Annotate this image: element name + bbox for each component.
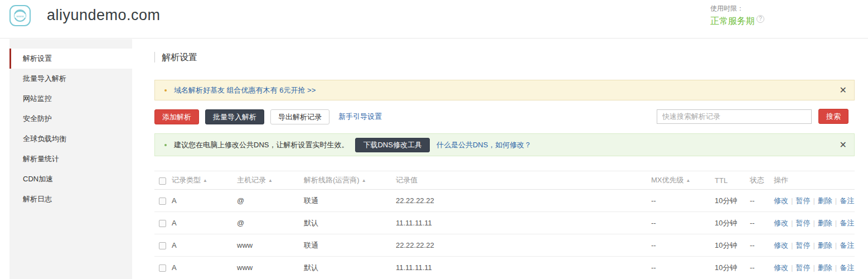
sidebar-item-security[interactable]: 安全防护 <box>9 109 132 129</box>
search-area: 搜索 <box>657 109 855 124</box>
edit-link[interactable]: 修改 <box>774 263 788 272</box>
record-mx: -- <box>651 190 715 212</box>
dns-notice-banner: 建议您在电脑上修改公共DNS，让解析设置实时生效。 下载DNS修改工具 什么是公… <box>154 133 855 156</box>
what-is-public-dns-link[interactable]: 什么是公共DNS，如何修改？ <box>437 140 531 150</box>
record-host: www <box>237 234 304 257</box>
promo-link[interactable]: 域名解析好基友 组合优惠有木有 6元开抢 >> <box>174 85 316 95</box>
sidebar-nav: 解析设置 批量导入解析 网站监控 安全防护 全球负载均衡 解析量统计 CDN加速… <box>9 39 132 279</box>
sidebar-item-batch-import[interactable]: 批量导入解析 <box>9 69 132 89</box>
edit-link[interactable]: 修改 <box>774 219 788 227</box>
record-actions: 修改|暂停|删除|备注 <box>774 257 855 279</box>
page-title: 解析设置 <box>154 52 197 62</box>
sort-asc-icon[interactable]: ▲ <box>362 178 366 183</box>
sidebar-item-cdn[interactable]: CDN加速 <box>9 169 132 189</box>
table-row: A @ 联通 22.22.22.22 -- 10分钟 -- 修改|暂停|删除|备… <box>154 190 855 212</box>
record-value: 11.11.11.11 <box>396 212 651 234</box>
record-value: 11.11.11.11 <box>396 257 651 279</box>
column-header-ttl: TTL <box>715 171 750 190</box>
close-icon[interactable]: ✕ <box>840 86 847 95</box>
row-checkbox[interactable] <box>159 220 166 227</box>
sort-asc-icon[interactable]: ▲ <box>268 178 273 183</box>
service-period-info: 使用时限： 正常服务期? <box>710 4 764 27</box>
pause-link[interactable]: 暂停 <box>796 241 810 249</box>
row-checkbox[interactable] <box>159 242 166 249</box>
pause-link[interactable]: 暂停 <box>796 263 810 272</box>
service-status-text: 正常服务期 <box>710 16 755 26</box>
main-content: 解析设置 域名解析好基友 组合优惠有木有 6元开抢 >> ✕ 添加解析 批量导入… <box>154 39 855 279</box>
sidebar-item-resolution-stats[interactable]: 解析量统计 <box>9 149 132 169</box>
records-toolbar: 添加解析 批量导入解析 导出解析记录 新手引导设置 搜索 <box>154 109 855 124</box>
remark-link[interactable]: 备注 <box>840 219 854 227</box>
sidebar-item-site-monitor[interactable]: 网站监控 <box>9 89 132 109</box>
record-status: -- <box>750 212 774 234</box>
record-status: -- <box>750 257 774 279</box>
domain-globe-icon: www <box>9 5 31 26</box>
domain-name-title: aliyundemo.com <box>47 7 161 24</box>
search-input[interactable] <box>657 109 812 124</box>
dns-records-table: 记录类型▲ 主机记录▲ 解析线路(运营商)▲ 记录值 MX优先级▲ TTL 状态… <box>154 171 855 279</box>
delete-link[interactable]: 删除 <box>818 263 832 272</box>
record-actions: 修改|暂停|删除|备注 <box>774 190 855 212</box>
record-host: @ <box>237 212 304 234</box>
record-line: 联通 <box>304 234 396 257</box>
record-status: -- <box>750 190 774 212</box>
table-row: A www 联通 22.22.22.22 -- 10分钟 -- 修改|暂停|删除… <box>154 234 855 257</box>
page-header: www aliyundemo.com 使用时限： 正常服务期? <box>0 0 868 39</box>
record-type: A <box>172 190 237 212</box>
column-header-mx[interactable]: MX优先级▲ <box>651 171 715 190</box>
pause-link[interactable]: 暂停 <box>796 196 810 205</box>
select-all-checkbox[interactable] <box>159 177 166 185</box>
dns-notice-text: 建议您在电脑上修改公共DNS，让解析设置实时生效。 <box>174 140 348 150</box>
remark-link[interactable]: 备注 <box>840 263 854 272</box>
remark-link[interactable]: 备注 <box>840 241 854 249</box>
bullet-icon <box>164 89 167 92</box>
sidebar-item-dns-logs[interactable]: 解析日志 <box>9 189 132 209</box>
beginner-guide-link[interactable]: 新手引导设置 <box>338 112 382 122</box>
column-header-host[interactable]: 主机记录▲ <box>237 171 304 190</box>
sidebar-item-global-load-balance[interactable]: 全球负载均衡 <box>9 129 132 149</box>
table-row: A www 默认 11.11.11.11 -- 10分钟 -- 修改|暂停|删除… <box>154 257 855 279</box>
export-records-button[interactable]: 导出解析记录 <box>270 109 329 124</box>
promo-banner: 域名解析好基友 组合优惠有木有 6元开抢 >> ✕ <box>154 80 855 100</box>
sort-asc-icon[interactable]: ▲ <box>686 178 691 183</box>
record-mx: -- <box>651 212 715 234</box>
delete-link[interactable]: 删除 <box>818 241 832 249</box>
column-header-type[interactable]: 记录类型▲ <box>172 171 237 190</box>
sort-asc-icon[interactable]: ▲ <box>203 178 207 183</box>
remark-link[interactable]: 备注 <box>840 196 854 205</box>
edit-link[interactable]: 修改 <box>774 196 788 205</box>
svg-text:www: www <box>16 14 24 18</box>
record-ttl: 10分钟 <box>715 257 750 279</box>
record-ttl: 10分钟 <box>715 190 750 212</box>
sidebar-item-dns-settings[interactable]: 解析设置 <box>9 49 132 69</box>
record-type: A <box>172 234 237 257</box>
download-dns-tool-button[interactable]: 下载DNS修改工具 <box>355 138 429 152</box>
pause-link[interactable]: 暂停 <box>796 219 810 227</box>
table-header-row: 记录类型▲ 主机记录▲ 解析线路(运营商)▲ 记录值 MX优先级▲ TTL 状态… <box>154 171 855 190</box>
bullet-icon <box>164 144 167 146</box>
record-ttl: 10分钟 <box>715 234 750 257</box>
record-mx: -- <box>651 234 715 257</box>
table-row: A @ 默认 11.11.11.11 -- 10分钟 -- 修改|暂停|删除|备… <box>154 212 855 234</box>
help-question-icon[interactable]: ? <box>757 15 764 23</box>
delete-link[interactable]: 删除 <box>818 219 832 227</box>
column-header-status: 状态 <box>750 171 774 190</box>
record-host: www <box>237 257 304 279</box>
column-header-value: 记录值 <box>396 171 651 190</box>
row-checkbox[interactable] <box>159 264 166 272</box>
batch-import-button[interactable]: 批量导入解析 <box>205 109 264 124</box>
record-actions: 修改|暂停|删除|备注 <box>774 212 855 234</box>
delete-link[interactable]: 删除 <box>818 196 832 205</box>
column-header-line[interactable]: 解析线路(运营商)▲ <box>304 171 396 190</box>
add-record-button[interactable]: 添加解析 <box>154 109 199 124</box>
record-host: @ <box>237 190 304 212</box>
close-icon[interactable]: ✕ <box>840 141 847 150</box>
record-ttl: 10分钟 <box>715 212 750 234</box>
record-line: 默认 <box>304 212 396 234</box>
search-button[interactable]: 搜索 <box>818 109 848 124</box>
row-checkbox[interactable] <box>159 198 166 205</box>
record-value: 22.22.22.22 <box>396 190 651 212</box>
record-status: -- <box>750 234 774 257</box>
column-header-ops: 操作 <box>774 171 855 190</box>
edit-link[interactable]: 修改 <box>774 241 788 249</box>
